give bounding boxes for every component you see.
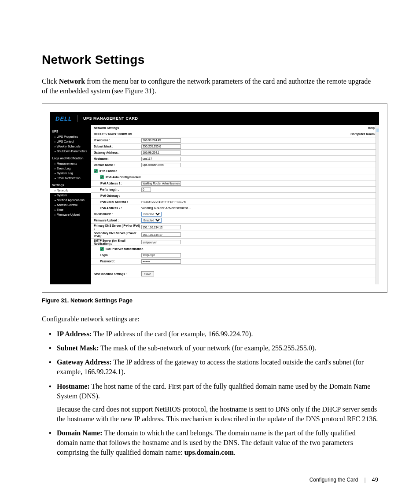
save-settings-label: Save modified settings :	[94, 272, 141, 276]
sidebar-item-system-log[interactable]: System Log	[50, 171, 91, 176]
gateway-address-input[interactable]	[141, 151, 181, 155]
sidebar: UPS UPS Properties UPS Control Weekly Sc…	[50, 125, 91, 284]
secondary-dns-input[interactable]	[141, 232, 181, 237]
secondary-dns-label: Secondary DNS Server (IPv4 or IPv6) :	[94, 232, 141, 238]
sidebar-item-network[interactable]: Network	[50, 188, 91, 193]
smtp-server-label: SMTP Server (for Email Notification) :	[94, 239, 141, 245]
definitions-list: IP Address: The IP address of the card (…	[42, 329, 378, 457]
ipv6-local-address-value: FE80::222:19FF:FEFF:8E75	[141, 200, 186, 204]
sidebar-item-access-control[interactable]: Access Control	[50, 202, 91, 207]
ipv6-gateway-label: IPv6 Gateway :	[94, 194, 141, 197]
panel-title: Network Settings	[94, 126, 119, 129]
prefix-length-label: Prefix length :	[94, 188, 141, 191]
primary-dns-input[interactable]	[141, 225, 181, 229]
smtp-server-input[interactable]	[141, 240, 181, 244]
def-domain-name: Domain Name: The domain to which the car…	[57, 428, 378, 457]
figure-screenshot: DELL UPS MANAGEMENT CARD UPS UPS Propert…	[42, 103, 387, 293]
login-input[interactable]	[141, 253, 181, 258]
intro-post: from the menu bar to configure the netwo…	[42, 77, 371, 95]
def-gateway-address: Gateway Address: The IP address of the g…	[57, 357, 378, 377]
footer-page-number: 49	[372, 476, 378, 483]
sidebar-item-firmware-upload[interactable]: Firmware Upload	[50, 212, 91, 217]
bootp-dhcp-label: BootP/DHCP :	[94, 213, 141, 216]
ipv6-address1-label: IPv6 Address 1 :	[94, 182, 141, 185]
sidebar-section-ups: UPS	[50, 127, 91, 134]
sidebar-item-weekly-schedule[interactable]: Weekly Schedule	[50, 144, 91, 149]
sidebar-item-shutdown-parameters[interactable]: Shutdown Parameters	[50, 149, 91, 154]
def-hostname: Hostname: The host name of the card. Fir…	[57, 382, 378, 424]
ipv6-address1-input[interactable]	[141, 181, 181, 186]
ipv6-autoconfig-checkbox[interactable]	[100, 175, 104, 179]
sidebar-item-time[interactable]: Time	[50, 207, 91, 212]
sidebar-item-event-log[interactable]: Event Log	[50, 166, 91, 171]
figure-caption: Figure 31. Network Settings Page	[42, 297, 378, 304]
intro-pre: Click	[42, 77, 59, 85]
firmware-upload-select[interactable]: Enabled	[141, 218, 162, 223]
ip-address-label: IP address :	[94, 139, 141, 142]
sidebar-item-email-notification[interactable]: Email Notification	[50, 176, 91, 180]
def-subnet-mask: Subnet Mask: The mask of the sub-network…	[57, 343, 378, 353]
smtp-auth-checkbox[interactable]	[100, 247, 104, 251]
ipv6-enabled-checkbox[interactable]	[94, 169, 98, 173]
ipv6-address2-value: Waiting Router Advertisement...	[141, 206, 191, 210]
device-name: Dell UPS Tower 1000W HV	[94, 132, 132, 136]
password-input[interactable]	[141, 259, 181, 264]
prefix-length-input[interactable]	[141, 188, 151, 192]
domain-name-input[interactable]	[141, 163, 181, 167]
hostname-label: Hostname :	[94, 157, 141, 160]
subnet-mask-label: Subnet Mask :	[94, 145, 141, 148]
def-ip-address: IP Address: The IP address of the card (…	[57, 329, 378, 339]
device-location: Computer Room	[350, 132, 375, 136]
sidebar-item-measurements[interactable]: Measurements	[50, 161, 91, 166]
sidebar-item-ups-control[interactable]: UPS Control	[50, 139, 91, 144]
help-link[interactable]: Help	[368, 126, 375, 129]
sidebar-item-system[interactable]: System	[50, 193, 91, 198]
main-panel: Network Settings Help Dell UPS Tower 100…	[91, 125, 379, 284]
login-label: Login :	[94, 254, 141, 257]
gateway-address-label: Gateway Address :	[94, 151, 141, 154]
app-header: DELL UPS MANAGEMENT CARD	[50, 112, 379, 125]
intro-paragraph: Click Network from the menu bar to confi…	[42, 77, 378, 96]
sidebar-item-notified-applications[interactable]: Notified Applications	[50, 198, 91, 202]
ipv6-autoconfig-label: IPv6 Auto Config Enabled	[106, 176, 140, 179]
primary-dns-label: Primary DNS Server (IPv4 or IPv6) :	[94, 224, 141, 230]
scrollbar[interactable]	[376, 125, 379, 284]
intro-bold: Network	[59, 77, 85, 85]
hostname-input[interactable]	[141, 157, 181, 161]
subheading: Configurable network settings are:	[42, 315, 378, 323]
ip-address-input[interactable]	[141, 138, 181, 143]
dell-logo: DELL	[55, 115, 78, 122]
sidebar-section-settings: Settings	[50, 180, 91, 188]
smtp-auth-label: SMTP server authentication	[106, 247, 144, 250]
bootp-dhcp-select[interactable]: Enabled	[141, 212, 162, 217]
firmware-upload-label: Firmware Upload :	[94, 219, 141, 222]
footer-section: Configuring the Card	[309, 477, 358, 483]
domain-name-label: Domain Name :	[94, 163, 141, 166]
def-hostname-cont: Because the card does not support NetBIO…	[57, 405, 378, 424]
footer-separator: |	[364, 477, 365, 483]
ipv6-address2-label: IPv6 Address 2 :	[94, 206, 141, 210]
ipv6-local-address-label: IPv6 Local Address :	[94, 200, 141, 203]
page-footer: Configuring the Card | 49	[309, 476, 378, 483]
sidebar-item-ups-properties[interactable]: UPS Properties	[50, 134, 91, 139]
app-title: UPS MANAGEMENT CARD	[83, 116, 138, 121]
page-heading: Network Settings	[42, 53, 378, 67]
password-label: Password :	[94, 260, 141, 263]
save-button[interactable]: Save	[141, 271, 154, 276]
subnet-mask-input[interactable]	[141, 144, 181, 149]
ipv6-enabled-label: IPv6 Enabled	[99, 169, 117, 173]
sidebar-section-logs: Logs and Notification	[50, 154, 91, 161]
